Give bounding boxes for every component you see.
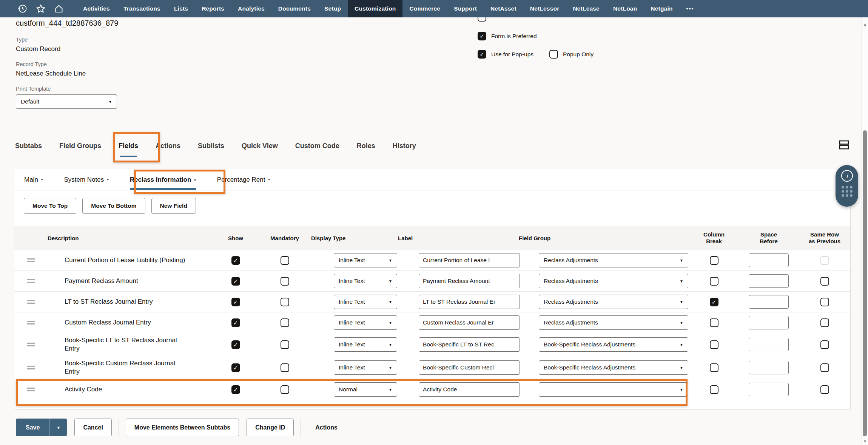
show-checkbox[interactable]: ✓	[231, 340, 240, 349]
nav-item-netlease[interactable]: NetLease	[566, 0, 606, 17]
display-type-select[interactable]: Inline Text▼	[334, 360, 397, 375]
tab-field-groups[interactable]: Field Groups	[59, 130, 101, 162]
mandatory-checkbox[interactable]	[281, 277, 289, 286]
save-button[interactable]: Save	[16, 419, 49, 436]
same-row-checkbox[interactable]	[820, 318, 829, 327]
show-checkbox[interactable]: ✓	[231, 277, 240, 286]
display-type-select[interactable]: Inline Text▼	[334, 274, 397, 288]
label-input[interactable]	[419, 315, 520, 330]
mandatory-checkbox[interactable]	[281, 340, 289, 349]
drag-handle[interactable]	[27, 321, 35, 324]
info-icon[interactable]: i	[841, 170, 853, 182]
nav-item-setup[interactable]: Setup	[318, 0, 348, 17]
print-template-select[interactable]: Default ▼	[16, 94, 117, 109]
drag-handle[interactable]	[27, 388, 35, 391]
column-break-checkbox[interactable]	[710, 363, 718, 372]
subtab-reclass-information[interactable]: Reclass Information•	[130, 169, 196, 190]
subtab-percentage-rent[interactable]: Percentage Rent•	[217, 169, 270, 190]
tab-custom-code[interactable]: Custom Code	[295, 130, 339, 162]
nav-item-reports[interactable]: Reports	[195, 0, 231, 17]
tab-subtabs[interactable]: Subtabs	[15, 130, 42, 162]
space-before-input[interactable]	[749, 316, 789, 329]
tab-history[interactable]: History	[393, 130, 416, 162]
scrollbar-thumb[interactable]	[863, 130, 867, 436]
checkbox-use-for-pop-ups[interactable]: ✓	[478, 50, 486, 59]
nav-item-activities[interactable]: Activities	[76, 0, 117, 17]
drag-handle[interactable]	[27, 258, 35, 262]
drag-handle[interactable]	[27, 343, 35, 346]
move-to-bottom-button[interactable]: Move To Bottom	[82, 198, 145, 214]
space-before-input[interactable]	[749, 383, 789, 396]
space-before-input[interactable]	[749, 253, 789, 267]
scrollbar-down-arrow[interactable]: ▼	[862, 439, 868, 443]
move-elements-button[interactable]: Move Elements Between Subtabs	[126, 419, 239, 436]
label-input[interactable]	[419, 382, 520, 397]
label-input[interactable]	[419, 253, 520, 267]
display-type-select[interactable]: Inline Text▼	[334, 337, 397, 352]
label-input[interactable]	[419, 337, 520, 352]
field-group-select[interactable]: Reclass Adjustments▼	[539, 295, 688, 309]
column-break-checkbox[interactable]	[710, 385, 718, 394]
drag-handle[interactable]	[27, 279, 35, 283]
cancel-button[interactable]: Cancel	[74, 419, 111, 436]
field-group-select[interactable]: Reclass Adjustments▼	[539, 315, 688, 330]
new-field-button[interactable]: New Field	[151, 198, 196, 214]
tab-actions[interactable]: Actions	[156, 130, 180, 162]
actions-menu-button[interactable]: Actions	[315, 424, 338, 431]
tab-quick-view[interactable]: Quick View	[242, 130, 278, 162]
home-icon[interactable]	[50, 0, 68, 17]
tab-fields[interactable]: Fields	[119, 130, 138, 162]
nav-item-analytics[interactable]: Analytics	[231, 0, 271, 17]
column-break-checkbox[interactable]: ✓	[710, 298, 718, 306]
same-row-checkbox[interactable]	[820, 277, 829, 286]
column-break-checkbox[interactable]	[710, 277, 718, 286]
mandatory-checkbox[interactable]	[281, 298, 289, 306]
nav-item-netasset[interactable]: NetAsset	[484, 0, 523, 17]
nav-item-lists[interactable]: Lists	[167, 0, 195, 17]
field-group-select[interactable]: ▼	[539, 382, 688, 397]
label-input[interactable]	[419, 274, 520, 288]
nav-item-netgain[interactable]: Netgain	[644, 0, 679, 17]
tab-sublists[interactable]: Sublists	[198, 130, 224, 162]
nav-item-transactions[interactable]: Transactions	[117, 0, 167, 17]
show-checkbox[interactable]: ✓	[231, 298, 240, 306]
vertical-scrollbar[interactable]: ▲ ▼	[861, 17, 868, 445]
display-type-select[interactable]: Inline Text▼	[334, 253, 397, 267]
same-row-checkbox[interactable]	[820, 298, 829, 306]
nav-item-customization[interactable]: Customization	[348, 0, 402, 17]
mandatory-checkbox[interactable]	[281, 318, 289, 327]
drag-handle[interactable]	[27, 300, 35, 304]
column-break-checkbox[interactable]	[710, 318, 718, 327]
show-checkbox[interactable]: ✓	[231, 318, 240, 327]
column-break-checkbox[interactable]	[710, 256, 718, 265]
label-input[interactable]	[419, 295, 520, 309]
nav-item-documents[interactable]: Documents	[271, 0, 318, 17]
display-type-select[interactable]: Normal▼	[334, 382, 397, 397]
field-group-select[interactable]: Book-Specific Reclass Adjustments▼	[539, 360, 688, 375]
display-type-select[interactable]: Inline Text▼	[334, 295, 397, 309]
same-row-checkbox[interactable]	[820, 340, 829, 349]
field-group-select[interactable]: Reclass Adjustments▼	[539, 274, 688, 288]
same-row-checkbox[interactable]	[820, 385, 829, 394]
field-group-select[interactable]: Reclass Adjustments▼	[539, 253, 688, 267]
show-checkbox[interactable]: ✓	[231, 256, 240, 265]
mandatory-checkbox[interactable]	[281, 256, 289, 265]
recent-records-icon[interactable]	[14, 0, 32, 17]
space-before-input[interactable]	[749, 361, 789, 374]
subtab-system-notes[interactable]: System Notes•	[64, 169, 108, 190]
grid-dots-icon[interactable]	[842, 186, 853, 197]
table-rows-view-icon[interactable]	[839, 140, 849, 151]
nav-item-netloan[interactable]: NetLoan	[606, 0, 644, 17]
save-dropdown-button[interactable]: ▼	[49, 419, 67, 436]
nav-item-commerce[interactable]: Commerce	[402, 0, 447, 17]
show-checkbox[interactable]: ✓	[231, 385, 240, 394]
show-checkbox[interactable]: ✓	[231, 363, 240, 372]
nav-overflow-button[interactable]: •••	[680, 0, 701, 17]
shortcuts-star-icon[interactable]	[32, 0, 50, 17]
mandatory-checkbox[interactable]	[281, 363, 289, 372]
tab-roles[interactable]: Roles	[357, 130, 375, 162]
nav-item-support[interactable]: Support	[447, 0, 484, 17]
space-before-input[interactable]	[749, 274, 789, 288]
change-id-button[interactable]: Change ID	[247, 419, 294, 436]
nav-item-netlessor[interactable]: NetLessor	[523, 0, 566, 17]
